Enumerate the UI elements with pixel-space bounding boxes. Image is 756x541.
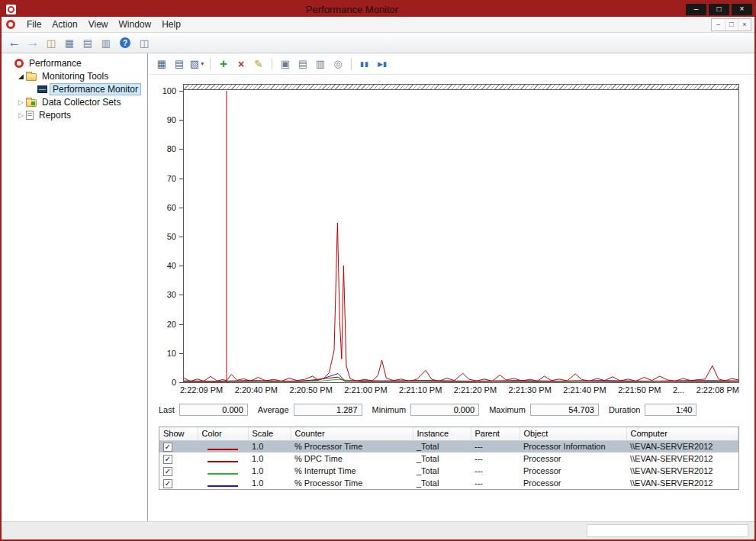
counter-checkbox[interactable]: ✓ (163, 443, 172, 452)
x-tick-label: 2:20:50 PM (290, 385, 333, 394)
mdi-minimize-button[interactable]: – (712, 19, 725, 31)
titlebar-controls: –□× (684, 4, 752, 15)
legend-col-show[interactable]: Show (159, 427, 198, 440)
y-tick-label: 70 (152, 174, 176, 183)
dropdown-arrow-icon: ▾ (201, 60, 204, 67)
new-window-button[interactable]: ◫ (136, 35, 153, 50)
x-tick-label: 2:22:09 PM (180, 385, 223, 394)
tree-item-performance[interactable]: Performance (2, 56, 147, 69)
stat-average: Average1.287 (258, 404, 362, 416)
folder-icon (26, 73, 37, 81)
legend-col-instance[interactable]: Instance (413, 427, 471, 440)
check-icon: ✓ (165, 443, 171, 451)
color-swatch (207, 449, 238, 450)
stat-value-duration: 1:40 (645, 404, 696, 416)
console-window-button[interactable]: ▦ (61, 35, 78, 50)
legend-header-row: ShowColorScaleCounterInstanceParentObjec… (159, 427, 738, 440)
footer-panel (587, 524, 748, 537)
y-tick-label: 50 (152, 232, 176, 241)
legend-col-computer[interactable]: Computer (626, 427, 738, 440)
collapsed-expander-icon[interactable]: ▷ (16, 111, 26, 119)
forward-button[interactable]: → (24, 35, 41, 50)
counter-checkbox[interactable]: ✓ (163, 455, 172, 464)
legend-color-cell (198, 477, 248, 489)
collapsed-expander-icon[interactable]: ▷ (16, 98, 26, 106)
counter-checkbox[interactable]: ✓ (163, 467, 172, 476)
copy-properties-button[interactable]: ▣ (278, 56, 293, 72)
tree-item-monitoring-tools[interactable]: ◢Monitoring Tools (2, 69, 147, 82)
view-log-data-button[interactable]: ▤ (172, 56, 187, 72)
menu-bar: FileActionViewWindowHelp –□× (2, 17, 754, 33)
legend-show-cell: ✓ (159, 452, 198, 465)
legend-body: ✓1.0% Processor Time_Total---Processor I… (159, 440, 738, 489)
properties-button[interactable]: ▥ (313, 56, 328, 72)
snapin-icon (6, 20, 15, 29)
legend-row[interactable]: ✓1.0% Processor Time_Total---Processor\\… (159, 477, 738, 489)
color-swatch (207, 485, 238, 487)
x-tick-label: 2:20:40 PM (235, 385, 278, 394)
x-tick-label: 2:21:40 PM (563, 385, 606, 394)
y-tick-label: 80 (152, 144, 176, 153)
legend-col-counter[interactable]: Counter (291, 427, 413, 440)
delete-counter-button[interactable]: × (233, 56, 249, 72)
counter-checkbox[interactable]: ✓ (163, 479, 172, 488)
stat-label: Last (159, 405, 175, 414)
maximize-button[interactable]: □ (709, 4, 729, 15)
paste-counter-list-button[interactable]: ▤ (295, 56, 310, 72)
legend-computer-cell: \\EVAN-SERVER2012 (626, 465, 738, 477)
tree-item-reports[interactable]: ▷Reports (2, 108, 147, 121)
y-tick-mark (179, 91, 183, 92)
legend-col-color[interactable]: Color (198, 427, 248, 440)
legend-row[interactable]: ✓1.0% Processor Time_Total---Processor I… (159, 440, 738, 452)
console-tree: Performance◢Monitoring ToolsPerformance … (2, 53, 148, 521)
close-button[interactable]: × (732, 4, 752, 15)
y-tick-mark (179, 237, 183, 237)
check-icon: ✓ (165, 467, 171, 475)
legend-instance-cell: _Total (413, 465, 471, 477)
window-title: Performance Monitor (21, 4, 684, 15)
legend-col-object[interactable]: Object (520, 427, 626, 440)
y-tick-mark (179, 179, 183, 179)
zoom-button[interactable]: ◎ (330, 56, 346, 72)
menu-item-window[interactable]: Window (114, 18, 157, 31)
tree-item-performance-monitor[interactable]: Performance Monitor (2, 82, 147, 95)
expanded-expander-icon[interactable]: ◢ (16, 72, 26, 80)
collector-icon (26, 99, 37, 107)
add-counter-button[interactable]: + (216, 56, 231, 72)
y-tick-label: 100 (152, 86, 176, 95)
stat-label: Maximum (489, 405, 526, 414)
menu-item-file[interactable]: File (21, 18, 47, 31)
perfmon-toolbar: ▦▤▧▾+×✎▣▤▥◎▮▮▶▮ (148, 53, 754, 75)
tree-item-label: Performance Monitor (50, 84, 140, 95)
legend-counter-cell: % Processor Time (291, 477, 413, 489)
menu-item-help[interactable]: Help (156, 18, 186, 31)
freeze-display-button[interactable]: ▮▮ (357, 56, 372, 72)
x-tick-label: 2:21:30 PM (509, 385, 552, 394)
mdi-close-button[interactable]: × (738, 19, 751, 31)
help-button[interactable]: ? (120, 37, 130, 48)
properties-button[interactable]: ▤ (79, 35, 96, 50)
toolbar-separator (351, 58, 352, 70)
legend-col-parent[interactable]: Parent (471, 427, 520, 440)
show-hide-console-tree-button[interactable]: ◫ (43, 35, 60, 50)
stat-label: Duration (609, 405, 641, 414)
highlight-button[interactable]: ✎ (251, 56, 266, 72)
legend-row[interactable]: ✓1.0% Interrupt Time_Total---Processor\\… (159, 465, 738, 477)
legend-row[interactable]: ✓1.0% DPC Time_Total---Processor\\EVAN-S… (159, 452, 738, 465)
export-list-button[interactable]: ▥ (98, 35, 114, 50)
tree-item-label: Data Collector Sets (40, 97, 123, 108)
menu-item-view[interactable]: View (83, 18, 114, 31)
legend-counter-cell: % Processor Time (291, 440, 413, 452)
legend-scale-cell: 1.0 (248, 477, 291, 489)
mdi-controls: –□× (711, 18, 751, 31)
back-button[interactable]: ← (6, 35, 23, 50)
view-current-activity-button[interactable]: ▦ (154, 56, 169, 72)
menu-item-action[interactable]: Action (47, 18, 82, 31)
legend-scale-cell: 1.0 (248, 452, 291, 465)
change-graph-type-button[interactable]: ▧▾ (189, 56, 204, 72)
mdi-restore-button[interactable]: □ (725, 19, 738, 31)
tree-item-data-collector-sets[interactable]: ▷Data Collector Sets (2, 95, 147, 108)
update-data-button[interactable]: ▶▮ (375, 56, 390, 72)
legend-col-scale[interactable]: Scale (248, 427, 291, 440)
minimize-button[interactable]: – (686, 4, 706, 15)
